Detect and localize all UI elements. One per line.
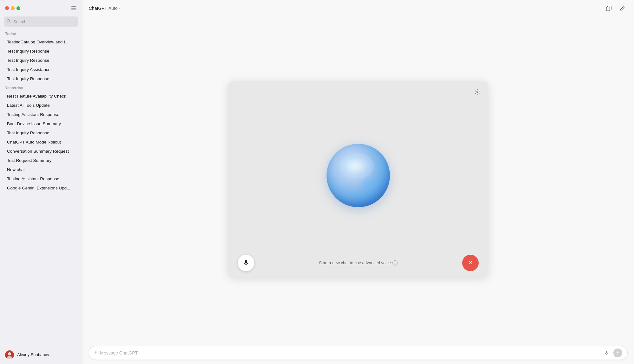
modal-header bbox=[235, 87, 482, 96]
sidebar-items: Today TestingCatalog Overview and I... T… bbox=[0, 29, 82, 345]
sidebar-item-9[interactable]: Test Inquiry Response bbox=[2, 128, 80, 137]
titlebar-actions bbox=[604, 3, 628, 13]
svg-rect-1 bbox=[71, 8, 76, 9]
minimize-button[interactable] bbox=[11, 6, 15, 10]
sidebar-item-8[interactable]: Boot Device Issue Summary bbox=[2, 119, 80, 128]
app-title: ChatGPT Auto › bbox=[89, 6, 120, 11]
svg-point-3 bbox=[7, 20, 10, 22]
chevron-icon: › bbox=[119, 6, 120, 10]
sidebar: Today TestingCatalog Overview and I... T… bbox=[0, 0, 82, 364]
send-button[interactable] bbox=[613, 348, 622, 357]
maximize-button[interactable] bbox=[16, 6, 20, 10]
traffic-lights bbox=[5, 6, 20, 10]
message-input-wrap: + bbox=[89, 346, 628, 360]
sidebar-item-12[interactable]: Test Request Summary bbox=[2, 156, 80, 165]
bottom-bar: + bbox=[82, 342, 634, 364]
svg-rect-0 bbox=[71, 6, 76, 7]
panel-toggle-icon[interactable] bbox=[71, 5, 77, 11]
edit-icon[interactable] bbox=[618, 3, 628, 13]
mode-badge[interactable]: Auto bbox=[108, 6, 118, 11]
main-content: ChatGPT Auto › bbox=[82, 0, 634, 364]
section-label-today: Today bbox=[0, 29, 82, 37]
svg-line-4 bbox=[10, 22, 10, 23]
orb-container bbox=[327, 96, 390, 255]
svg-rect-8 bbox=[606, 7, 610, 11]
close-voice-button[interactable]: × bbox=[462, 255, 479, 271]
avatar bbox=[5, 350, 14, 359]
mic-button[interactable] bbox=[238, 255, 254, 271]
svg-rect-10 bbox=[245, 260, 247, 263]
main-titlebar: ChatGPT Auto › bbox=[82, 0, 634, 16]
svg-point-9 bbox=[477, 91, 478, 93]
sidebar-item-5[interactable]: Nest Feature Availability Check bbox=[2, 92, 80, 101]
info-icon: i bbox=[392, 260, 398, 265]
sidebar-item-7[interactable]: Testing Assistant Response bbox=[2, 110, 80, 119]
modal-footer: Start a new chat to use advanced voice i… bbox=[235, 255, 482, 271]
message-input[interactable] bbox=[100, 350, 599, 355]
sidebar-item-15[interactable]: Google Gemini Extensions Upd... bbox=[2, 183, 80, 193]
section-label-yesterday: Yesterday bbox=[0, 83, 82, 92]
search-icon bbox=[7, 19, 10, 24]
modal-settings-icon[interactable] bbox=[473, 87, 482, 96]
app-name-label: ChatGPT bbox=[89, 6, 107, 11]
sidebar-item-3[interactable]: Test Inquiry Assistance bbox=[2, 65, 80, 74]
voice-modal-wrap: Start a new chat to use advanced voice i… bbox=[82, 16, 634, 342]
search-bar bbox=[4, 16, 78, 27]
sidebar-item-2[interactable]: Test Inquiry Response bbox=[2, 56, 80, 65]
sidebar-item-11[interactable]: Conversation Summary Request bbox=[2, 147, 80, 156]
voice-hint: Start a new chat to use advanced voice i bbox=[319, 260, 398, 265]
sidebar-item-1[interactable]: Test Inquiry Response bbox=[2, 47, 80, 56]
footer-username: Alexey Shabanov bbox=[17, 352, 49, 357]
sidebar-item-13[interactable]: New chat bbox=[2, 165, 80, 174]
sidebar-footer: Alexey Shabanov bbox=[0, 345, 82, 364]
close-button[interactable] bbox=[5, 6, 9, 10]
sidebar-item-10[interactable]: ChatGPT Auto Mode Rollout bbox=[2, 137, 80, 147]
sidebar-titlebar bbox=[0, 0, 82, 16]
voice-modal: Start a new chat to use advanced voice i… bbox=[228, 81, 488, 278]
search-input[interactable] bbox=[4, 16, 78, 27]
svg-rect-2 bbox=[71, 10, 76, 10]
voice-orb bbox=[327, 144, 390, 207]
svg-point-6 bbox=[8, 352, 11, 355]
svg-rect-12 bbox=[606, 351, 607, 353]
sidebar-item-0[interactable]: TestingCatalog Overview and I... bbox=[2, 37, 80, 47]
copy-icon[interactable] bbox=[604, 3, 614, 13]
sidebar-item-6[interactable]: Latest AI Tools Update bbox=[2, 101, 80, 110]
sidebar-item-14[interactable]: Testing Assistant Response bbox=[2, 174, 80, 183]
sidebar-item-4[interactable]: Test Inquiry Response bbox=[2, 74, 80, 83]
attach-icon[interactable]: + bbox=[94, 350, 98, 356]
input-mic-icon[interactable] bbox=[602, 348, 611, 357]
voice-hint-text: Start a new chat to use advanced voice bbox=[319, 260, 391, 265]
